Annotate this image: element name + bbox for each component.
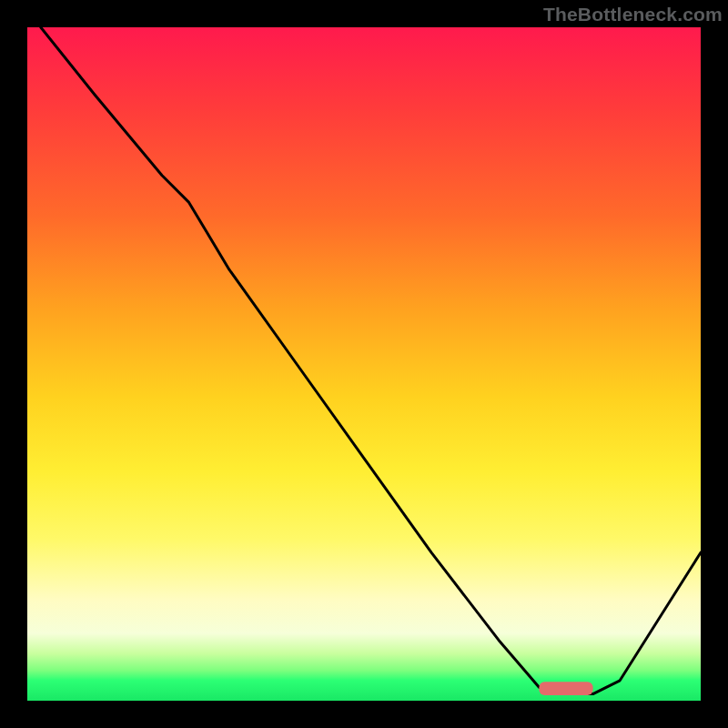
bottleneck-curve-path	[41, 27, 701, 694]
optimal-marker-bar	[539, 682, 592, 695]
watermark-text: TheBottleneck.com	[543, 4, 723, 25]
chart-svg	[27, 27, 701, 701]
chart-frame	[27, 27, 701, 701]
